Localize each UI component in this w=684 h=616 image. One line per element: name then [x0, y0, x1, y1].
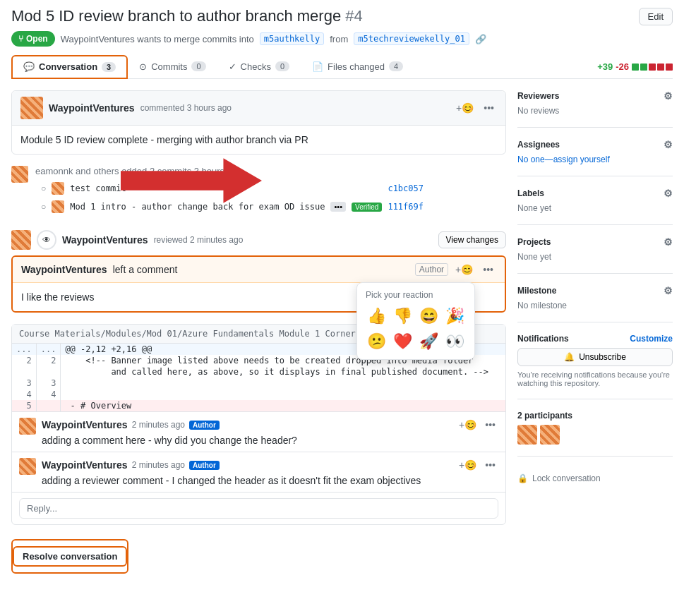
milestone-section: Milestone ⚙ No milestone [517, 285, 673, 322]
labels-value: None yet [517, 203, 673, 213]
waypoint-avatar-1 [20, 97, 43, 119]
milestone-gear-icon[interactable]: ⚙ [664, 285, 673, 296]
reaction-tada[interactable]: 🎉 [444, 306, 466, 327]
edit-button[interactable]: Edit [639, 8, 673, 25]
reply-input[interactable]: Reply... [19, 498, 498, 519]
reviewers-gear-icon[interactable]: ⚙ [664, 90, 673, 102]
reaction-thumbsup[interactable]: 👍 [366, 306, 388, 327]
reaction-rocket[interactable]: 🚀 [418, 331, 440, 352]
reaction-heart[interactable]: ❤️ [392, 331, 414, 352]
first-comment-time: commented 3 hours ago [140, 103, 232, 113]
inline-2-more-btn[interactable]: ••• [482, 458, 498, 472]
stat-additions: +39 [597, 61, 613, 72]
inline-1-more-btn[interactable]: ••• [482, 418, 498, 432]
highlighted-comment-header: WaypointVentures left a comment Author +… [13, 257, 505, 283]
projects-gear-icon[interactable]: ⚙ [664, 236, 673, 248]
inline-1-react-btn[interactable]: +😊 [456, 418, 479, 432]
commit-more-btn[interactable]: ••• [330, 202, 346, 212]
reviewers-value: No reviews [517, 106, 673, 116]
reply-box: Reply... [12, 492, 505, 524]
eye-icon: 👁 [37, 230, 56, 250]
resolve-conversation-wrapper: Resolve conversation [11, 539, 128, 574]
add-reaction-btn-1[interactable]: +😊 [453, 101, 476, 115]
more-options-btn-highlighted[interactable]: ••• [480, 262, 496, 277]
stat-blocks [632, 64, 673, 71]
highlighted-comment-author[interactable]: WaypointVentures [21, 264, 107, 275]
inline-comment-1-badge: Author [189, 421, 220, 430]
more-options-btn-1[interactable]: ••• [481, 101, 497, 115]
notifications-label: Notifications Customize [517, 334, 673, 344]
author-label: Author [415, 263, 448, 276]
reviewers-section: Reviewers ⚙ No reviews [517, 90, 673, 128]
inline-2-react-btn[interactable]: +😊 [456, 458, 479, 472]
milestone-label: Milestone ⚙ [517, 285, 673, 296]
target-branch[interactable]: m5authkelly [260, 32, 324, 45]
tab-checks[interactable]: ✓ Checks 0 [217, 56, 301, 79]
main-content: WaypointVentures commented 3 hours ago +… [11, 90, 673, 574]
labels-gear-icon[interactable]: ⚙ [664, 188, 673, 199]
participant-avatar-2 [540, 425, 560, 445]
timeline-text: eamonnk and others added 2 commits 3 hou… [35, 166, 242, 176]
stat-deletions: -26 [616, 61, 629, 72]
block-4 [657, 64, 664, 71]
tab-files-changed[interactable]: 📄 Files changed 4 [301, 56, 414, 79]
source-branch[interactable]: m5techreviewekelly_01 [354, 32, 469, 45]
customize-link[interactable]: Customize [630, 334, 673, 344]
reaction-smile[interactable]: 😄 [418, 306, 440, 327]
diff-stats: +39 -26 [597, 61, 673, 72]
inline-comment-2: WaypointVentures 2 minutes ago Author +😊… [12, 452, 505, 492]
reaction-popup: Pick your reaction 👍 👎 😄 🎉 😕 ❤️ 🚀 👀 [356, 282, 475, 360]
assignees-value[interactable]: No one—assign yourself [517, 155, 673, 164]
inline-comment-1-avatar [19, 418, 36, 435]
files-icon: 📄 [312, 61, 323, 72]
commit-avatar-2 [52, 200, 64, 213]
inline-comment-1-header: WaypointVentures 2 minutes ago Author +😊… [42, 418, 498, 432]
review-avatar [11, 230, 31, 250]
commits-icon-timeline [11, 166, 28, 183]
lock-section[interactable]: 🔒 Lock conversation [517, 468, 673, 483]
reaction-confused[interactable]: 😕 [366, 331, 388, 352]
review-author[interactable]: WaypointVentures [62, 234, 148, 246]
participants-section: 2 participants [517, 411, 673, 457]
diff-row-3: 3 3 [12, 378, 505, 389]
pr-title: Mod 5 ID review branch to author branch … [11, 7, 363, 25]
diff-row-removed: 5 - # Overview [12, 400, 505, 411]
diff-row-4: 4 4 [12, 389, 505, 400]
review-header: 👁 WaypointVentures reviewed 2 minutes ag… [11, 224, 506, 255]
inline-comment-1-author[interactable]: WaypointVentures [42, 419, 128, 430]
inline-comment-2-author[interactable]: WaypointVentures [42, 459, 128, 471]
participant-avatar-1 [517, 425, 537, 445]
view-changes-btn[interactable]: View changes [438, 231, 507, 248]
pr-meta-text: WaypointVentures wants to merge commits … [61, 34, 254, 44]
block-5 [666, 64, 673, 71]
reaction-eyes[interactable]: 👀 [444, 331, 466, 352]
block-2 [640, 64, 647, 71]
commits-icon: ⊙ [139, 61, 147, 72]
tab-conversation[interactable]: 💬 Conversation 3 [11, 55, 128, 79]
inline-comment-1-content: WaypointVentures 2 minutes ago Author +😊… [42, 418, 498, 446]
unsubscribe-btn[interactable]: 🔔 Unsubscribe [517, 348, 673, 366]
branch-icon: 🔗 [475, 34, 486, 44]
lock-icon: 🔒 [517, 473, 528, 483]
inline-comment-2-body: adding a reviewer comment - I changed th… [42, 475, 498, 486]
first-comment-author[interactable]: WaypointVentures [49, 102, 135, 114]
first-comment-body: Module 5 ID review complete - merging wi… [12, 126, 505, 154]
add-reaction-btn-highlighted[interactable]: +😊 [452, 262, 476, 277]
verified-badge: Verified [352, 203, 382, 212]
inline-comment-2-header: WaypointVentures 2 minutes ago Author +😊… [42, 458, 498, 472]
highlighted-comment-actions: Author +😊 ••• [415, 262, 496, 277]
inline-comment-1: WaypointVentures 2 minutes ago Author +😊… [12, 411, 505, 452]
block-3 [649, 64, 656, 71]
inline-comment-2-actions: +😊 ••• [456, 458, 498, 472]
commit-avatar-1 [52, 182, 64, 195]
review-time: reviewed 2 minutes ago [154, 235, 244, 245]
reaction-thumbsdown[interactable]: 👎 [392, 306, 414, 327]
milestone-value: No milestone [517, 301, 673, 310]
checks-icon: ✓ [229, 61, 236, 72]
projects-label: Projects ⚙ [517, 236, 673, 248]
merge-icon: ⑂ [18, 34, 23, 44]
tab-commits[interactable]: ⊙ Commits 0 [128, 56, 217, 79]
resolve-conversation-btn[interactable]: Resolve conversation [13, 546, 127, 567]
inline-comment-2-badge: Author [189, 461, 220, 470]
assignees-gear-icon[interactable]: ⚙ [664, 139, 673, 150]
